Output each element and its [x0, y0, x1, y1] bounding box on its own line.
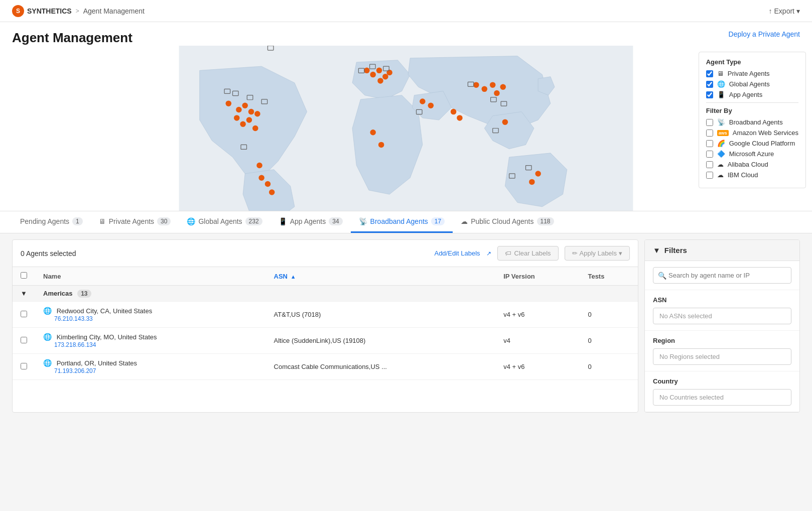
global-tab-icon: 🌐 [187, 217, 195, 225]
ibm-filter-checkbox[interactable] [706, 172, 713, 179]
svg-point-34 [473, 82, 479, 88]
private-tab-icon: 🖥 [99, 217, 106, 225]
search-wrapper: 🔍 [653, 267, 791, 284]
tests-column-header[interactable]: Tests [580, 267, 638, 286]
ibm-filter-label: IBM Cloud [728, 171, 758, 179]
select-all-header [13, 267, 35, 286]
gcp-filter-checkbox[interactable] [706, 140, 713, 147]
svg-point-30 [428, 103, 434, 109]
agent-name: Portland, OR, United States [57, 359, 137, 367]
search-input[interactable] [653, 267, 791, 284]
agent-tests-cell: 0 [580, 328, 638, 354]
group-expand-cell[interactable]: ▼ [13, 286, 35, 302]
svg-point-1 [226, 100, 232, 106]
gcp-filter-label: Google Cloud Platform [729, 140, 795, 147]
asn-filter-select[interactable]: No ASNs selected [653, 308, 791, 324]
agents-table: Name ASN ▲ IP Version Tests [13, 267, 638, 380]
pending-agents-tab-label: Pending Agents [20, 217, 69, 225]
tab-private-agents[interactable]: 🖥 Private Agents 30 [91, 211, 179, 233]
table-section: 0 Agents selected Add/Edit Labels ↗ 🏷 Cl… [12, 239, 638, 413]
row-checkbox[interactable] [21, 311, 27, 317]
group-count-badge: 13 [77, 290, 91, 298]
global-agents-icon: 🌐 [717, 80, 725, 88]
tab-pending-agents[interactable]: Pending Agents 1 [12, 211, 91, 233]
svg-point-20 [364, 68, 370, 74]
tab-global-agents[interactable]: 🌐 Global Agents 232 [179, 211, 270, 233]
svg-point-3 [242, 103, 248, 109]
export-button[interactable]: ↑ Export ▾ [769, 7, 800, 15]
deploy-private-agent-link[interactable]: Deploy a Private Agent [729, 30, 800, 38]
alibaba-icon: ☁ [717, 161, 724, 168]
alibaba-filter-row: ☁ Alibaba Cloud [706, 161, 798, 168]
country-filter-select[interactable]: No Countries selected [653, 389, 791, 406]
row-checkbox-cell [13, 328, 35, 354]
apply-labels-icon: ✏ [572, 249, 578, 257]
aws-filter-checkbox[interactable] [706, 130, 713, 137]
apply-labels-label: Apply Labels [580, 249, 617, 257]
private-agents-label: Private Agents [728, 70, 770, 77]
svg-point-44 [502, 119, 508, 125]
svg-point-32 [370, 130, 376, 136]
agent-asn-cell: AT&T,US (7018) [266, 302, 496, 328]
broadband-filter-checkbox[interactable] [706, 119, 713, 126]
row-checkbox-cell [13, 354, 35, 380]
tabs-container: Pending Agents 1 🖥 Private Agents 30 🌐 G… [0, 211, 812, 233]
breadcrumb-separator: > [76, 8, 79, 15]
broadband-filter-label: Broadband Agents [729, 118, 783, 126]
select-all-checkbox[interactable] [21, 272, 27, 279]
agents-selected-count: 0 Agents selected [21, 249, 76, 258]
agent-ip-version-cell: v4 + v6 [495, 302, 580, 328]
synthetics-logo: S SYNTHETICS [12, 5, 72, 17]
add-edit-labels-link[interactable]: Add/Edit Labels [434, 249, 480, 257]
top-nav: S SYNTHETICS > Agent Management ↑ Export… [0, 0, 812, 22]
app-tab-icon: 📱 [279, 217, 287, 225]
private-agents-checkbox[interactable] [706, 70, 713, 77]
agent-name-cell: 🌐 Portland, OR, United States 71.193.206… [35, 354, 266, 380]
tab-broadband-agents[interactable]: 📡 Broadband Agents 17 [351, 211, 453, 233]
ip-version-column-header[interactable]: IP Version [495, 267, 580, 286]
global-agents-checkbox-row: 🌐 Global Agents [706, 80, 798, 88]
group-name-cell: Americas 13 [35, 286, 638, 302]
broadband-agent-icon: 🌐 [43, 333, 52, 341]
aws-filter-row: aws Amazon Web Services [706, 129, 798, 137]
app-agents-label: App Agents [729, 91, 763, 98]
filter-funnel-icon: ▼ [653, 246, 660, 254]
world-map-container[interactable]: Agent Type 🖥 Private Agents 🌐 Global Age… [0, 46, 812, 211]
svg-point-36 [490, 82, 496, 88]
alibaba-filter-checkbox[interactable] [706, 161, 713, 168]
azure-filter-row: 🔷 Microsoft Azure [706, 150, 798, 158]
filters-panel-header: ▼ Filters [645, 240, 799, 261]
azure-filter-label: Microsoft Azure [729, 150, 774, 158]
app-agents-count: 34 [329, 217, 342, 225]
svg-point-38 [500, 84, 506, 90]
azure-filter-checkbox[interactable] [706, 151, 713, 158]
export-icon: ↑ [769, 7, 772, 15]
name-column-header[interactable]: Name [35, 267, 266, 286]
clear-labels-button[interactable]: 🏷 Clear Labels [497, 246, 559, 261]
filters-panel: ▼ Filters 🔍 ASN No ASNs selected Region … [644, 239, 800, 413]
apply-labels-button[interactable]: ✏ Apply Labels ▾ [565, 246, 630, 261]
row-checkbox[interactable] [21, 363, 27, 369]
export-chevron-icon: ▾ [796, 7, 800, 15]
row-checkbox[interactable] [21, 337, 27, 343]
panel-divider [706, 102, 798, 103]
agent-name-cell: 🌐 Redwood City, CA, United States 76.210… [35, 302, 266, 328]
broadband-agents-tab-label: Broadband Agents [370, 217, 428, 225]
table-toolbar: 0 Agents selected Add/Edit Labels ↗ 🏷 Cl… [13, 240, 638, 267]
table-row: 🌐 Portland, OR, United States 71.193.206… [13, 354, 638, 380]
tab-public-cloud-agents[interactable]: ☁ Public Cloud Agents 118 [453, 211, 562, 233]
asn-column-header[interactable]: ASN ▲ [266, 267, 496, 286]
private-agents-icon: 🖥 [717, 70, 724, 77]
app-agents-checkbox[interactable] [706, 91, 713, 98]
table-header-row: Name ASN ▲ IP Version Tests [13, 267, 638, 286]
tab-app-agents[interactable]: 📱 App Agents 34 [270, 211, 351, 233]
broadband-agents-count: 17 [431, 217, 445, 225]
svg-point-46 [535, 171, 541, 177]
country-filter-label: Country [653, 377, 791, 385]
gcp-icon: 🌈 [717, 140, 725, 147]
aws-badge: aws [717, 130, 729, 136]
region-filter-select[interactable]: No Regions selected [653, 348, 791, 365]
agent-name-cell: 🌐 Kimberling City, MO, United States 173… [35, 328, 266, 354]
svg-point-2 [236, 107, 242, 113]
global-agents-checkbox[interactable] [706, 81, 713, 88]
